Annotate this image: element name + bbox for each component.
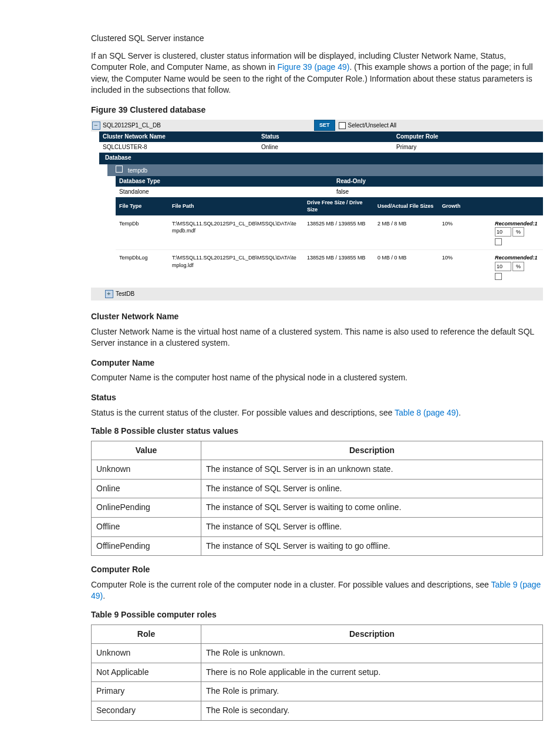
- tempdb-band[interactable]: tempdb: [107, 164, 543, 176]
- reco-value-input[interactable]: 10: [495, 262, 511, 271]
- hdr-status: Status: [258, 131, 393, 142]
- hdr-file-path: File Path: [168, 201, 303, 212]
- intro-heading: Clustered SQL Server instance: [91, 33, 543, 45]
- reco-label: Recommended:1: [495, 221, 538, 227]
- cr-text-a: Computer Role is the current role of the…: [91, 580, 491, 589]
- reco-unit[interactable]: %: [512, 262, 524, 271]
- table-row: OfflineThe instance of SQL Server is off…: [92, 518, 543, 537]
- hdr-cluster-network-name: Cluster Network Name: [99, 131, 258, 142]
- file-drive: 138525 MB / 139855 MB: [303, 218, 374, 229]
- file-growth: 10%: [438, 218, 491, 229]
- collapse-icon[interactable]: [92, 121, 100, 130]
- table-row: OfflinePendingThe instance of SQL Server…: [92, 536, 543, 556]
- table8-link[interactable]: Table 8 (page 49): [394, 408, 458, 417]
- section-cn-text: Computer Name is the computer host name …: [91, 372, 543, 384]
- table-cell-value: OfflinePending: [92, 536, 201, 556]
- reco-checkbox[interactable]: [495, 238, 502, 245]
- section-status-heading: Status: [91, 392, 543, 404]
- table-row: UnknownThe instance of SQL Server is in …: [92, 460, 543, 480]
- figure39-screenshot: SQL2012SP1_CL_DB SET Select/Unselect All…: [91, 120, 543, 301]
- val-database-type: Standalone: [116, 187, 333, 197]
- figure39-link[interactable]: Figure 39 (page 49): [277, 62, 349, 72]
- table-cell-desc: The Role is primary.: [201, 682, 543, 701]
- file-reco: Recommended:110%: [491, 218, 543, 248]
- table9-col2: Description: [201, 625, 543, 644]
- section-cnn-text: Cluster Network Name is the virtual host…: [91, 326, 543, 349]
- file-used: 0 MB / 0 MB: [374, 252, 438, 264]
- reco-unit[interactable]: %: [512, 227, 524, 237]
- dbtype-header-row: Database Type Read-Only: [116, 176, 543, 187]
- testdb-row[interactable]: TestDB: [91, 288, 543, 301]
- tempdb-label: tempdb: [128, 167, 147, 174]
- table-cell-desc: The instance of SQL Server is in an unkn…: [201, 460, 543, 480]
- hdr-database-type: Database Type: [116, 176, 333, 187]
- table9-title: Table 9 Possible computer roles: [91, 609, 543, 621]
- val-computer-role: Primary: [393, 142, 543, 153]
- figure39-title: Figure 39 Clustered database: [91, 104, 543, 116]
- file-row: TempDbLogT:\MSSQL11.SQL2012SP1_CL_DB\MSS…: [116, 249, 543, 284]
- table-cell-value: Unknown: [92, 460, 201, 480]
- section-cnn-heading: Cluster Network Name: [91, 311, 543, 323]
- reco-value-input[interactable]: 10: [495, 227, 511, 237]
- file-type: TempDbLog: [116, 252, 168, 264]
- db-instance-name: SQL2012SP1_CL_DB: [103, 121, 314, 130]
- file-header-row: File Type File Path Drive Free Size / Dr…: [116, 197, 543, 215]
- section-cn-heading: Computer Name: [91, 357, 543, 369]
- table-cell-desc: There is no Role applicable in the curre…: [201, 663, 543, 682]
- file-used: 2 MB / 8 MB: [374, 218, 438, 229]
- intro-paragraph: If an SQL Server is clustered, cluster s…: [91, 50, 543, 96]
- table9-col1: Role: [92, 625, 201, 644]
- table-row: PrimaryThe Role is primary.: [92, 682, 543, 701]
- file-path: T:\MSSQL11.SQL2012SP1_CL_DB\MSSQL\DATA\t…: [168, 218, 303, 237]
- cluster-data-row: SQLCLUSTER-8 Online Primary: [99, 142, 543, 153]
- file-row: TempDbT:\MSSQL11.SQL2012SP1_CL_DB\MSSQL\…: [116, 215, 543, 250]
- db-title-row: SQL2012SP1_CL_DB SET Select/Unselect All: [91, 120, 543, 131]
- hdr-used-size: Used/Actual File Sizes: [374, 201, 438, 212]
- table9: Role Description UnknownThe Role is unkn…: [91, 625, 543, 721]
- table8-col1: Value: [92, 441, 201, 460]
- table-cell-value: Unknown: [92, 644, 201, 663]
- status-text-a: Status is the current status of the clus…: [91, 408, 394, 417]
- table-cell-desc: The Role is unknown.: [201, 644, 543, 663]
- page-footer: Optimizations pages: Viewing and control…: [91, 744, 543, 746]
- dbtype-data-row: Standalone false: [116, 187, 543, 197]
- file-reco: Recommended:110%: [491, 252, 543, 282]
- table-row: Not ApplicableThere is no Role applicabl…: [92, 663, 543, 682]
- table-cell-value: Offline: [92, 518, 201, 537]
- table-cell-value: Not Applicable: [92, 663, 201, 682]
- table-cell-desc: The Role is secondary.: [201, 701, 543, 721]
- section-cr-heading: Computer Role: [91, 564, 543, 576]
- cluster-header-row: Cluster Network Name Status Computer Rol…: [99, 131, 543, 142]
- collapse-icon[interactable]: [116, 166, 123, 173]
- file-growth: 10%: [438, 252, 491, 264]
- set-button[interactable]: SET: [314, 120, 335, 131]
- reco-checkbox[interactable]: [495, 273, 502, 280]
- table-cell-value: OnlinePending: [92, 498, 201, 518]
- val-cluster-network-name: SQLCLUSTER-8: [99, 142, 258, 153]
- expand-icon[interactable]: [105, 290, 113, 298]
- table-row: OnlineThe instance of SQL Server is onli…: [92, 479, 543, 498]
- table-row: OnlinePendingThe instance of SQL Server …: [92, 498, 543, 518]
- table-row: UnknownThe Role is unknown.: [92, 644, 543, 663]
- hdr-file-type: File Type: [116, 201, 168, 212]
- table-cell-desc: The instance of SQL Server is offline.: [201, 518, 543, 537]
- table8-col2: Description: [201, 441, 543, 460]
- table-cell-desc: The instance of SQL Server is waiting to…: [201, 498, 543, 518]
- hdr-computer-role: Computer Role: [393, 131, 543, 142]
- database-band: Database: [99, 153, 543, 164]
- hdr-read-only: Read-Only: [333, 176, 543, 187]
- table-cell-desc: The instance of SQL Server is waiting to…: [201, 536, 543, 556]
- table8-title: Table 8 Possible cluster status values: [91, 426, 543, 437]
- file-drive: 138525 MB / 139855 MB: [303, 252, 374, 264]
- select-all-label: Select/Unselect All: [348, 121, 397, 130]
- table-cell-value: Online: [92, 479, 201, 498]
- hdr-reco: [491, 204, 543, 208]
- testdb-label: TestDB: [116, 290, 134, 298]
- status-text-b: .: [458, 408, 461, 417]
- section-status-text: Status is the current status of the clus…: [91, 407, 543, 419]
- table8: Value Description UnknownThe instance of…: [91, 441, 543, 556]
- select-all-checkbox[interactable]: [339, 122, 346, 129]
- table-row: SecondaryThe Role is secondary.: [92, 701, 543, 721]
- table-cell-desc: The instance of SQL Server is online.: [201, 479, 543, 498]
- table-cell-value: Secondary: [92, 701, 201, 721]
